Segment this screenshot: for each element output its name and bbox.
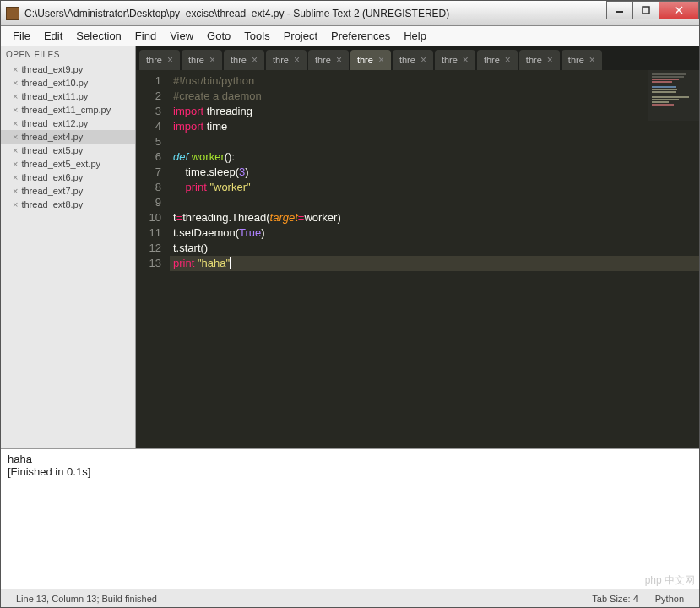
menu-project[interactable]: Project bbox=[277, 28, 324, 44]
code-line[interactable]: #create a daemon bbox=[170, 89, 699, 104]
svg-rect-1 bbox=[643, 7, 649, 14]
close-file-icon[interactable]: × bbox=[13, 186, 18, 196]
code-line[interactable] bbox=[170, 195, 699, 210]
code-content[interactable]: #!/usr/bin/python#create a daemonimport … bbox=[170, 70, 699, 448]
console-line: haha bbox=[8, 453, 692, 465]
code-line[interactable]: t=threading.Thread(target=worker) bbox=[170, 210, 699, 225]
window-titlebar: C:\Users\Administrator\Desktop\py_excise… bbox=[1, 1, 699, 26]
editor-tab[interactable]: thre× bbox=[519, 50, 560, 70]
editor-tab[interactable]: thre× bbox=[562, 50, 602, 70]
maximize-icon bbox=[642, 6, 650, 14]
close-file-icon[interactable]: × bbox=[13, 159, 18, 169]
tab-close-icon[interactable]: × bbox=[167, 54, 173, 66]
editor-tab[interactable]: thre× bbox=[308, 50, 349, 70]
tab-label: thre bbox=[526, 55, 542, 65]
editor-tab[interactable]: thre× bbox=[393, 50, 433, 70]
tab-close-icon[interactable]: × bbox=[294, 54, 300, 66]
open-file-item[interactable]: ×thread_ext9.py bbox=[1, 62, 135, 76]
open-file-item[interactable]: ×thread_ext11.py bbox=[1, 90, 135, 103]
menu-view[interactable]: View bbox=[163, 28, 200, 44]
open-file-name: thread_ext8.py bbox=[21, 199, 83, 209]
open-file-name: thread_ext12.py bbox=[21, 118, 88, 128]
menu-help[interactable]: Help bbox=[397, 28, 433, 44]
tab-label: thre bbox=[146, 55, 162, 65]
open-files-list: ×thread_ext9.py×thread_ext10.py×thread_e… bbox=[1, 62, 135, 211]
tab-label: thre bbox=[188, 55, 204, 65]
tab-label: thre bbox=[399, 55, 415, 65]
editor-tab[interactable]: thre× bbox=[224, 50, 264, 70]
editor-tab[interactable]: thre× bbox=[266, 50, 307, 70]
tab-label: thre bbox=[568, 55, 584, 65]
maximize-button[interactable] bbox=[632, 1, 659, 19]
code-line[interactable]: import time bbox=[170, 119, 699, 134]
menu-selection[interactable]: Selection bbox=[69, 28, 128, 44]
tab-label: thre bbox=[484, 55, 500, 65]
status-tabsize[interactable]: Tab Size: 4 bbox=[583, 594, 646, 604]
close-file-icon[interactable]: × bbox=[13, 64, 18, 74]
open-file-item[interactable]: ×thread_ext5_ext.py bbox=[1, 157, 135, 171]
editor-area: thre×thre×thre×thre×thre×thre×thre×thre×… bbox=[136, 46, 699, 448]
editor-tab[interactable]: thre× bbox=[435, 50, 475, 70]
close-file-icon[interactable]: × bbox=[13, 132, 18, 142]
code-line[interactable]: t.setDaemon(True) bbox=[170, 225, 699, 241]
menu-edit[interactable]: Edit bbox=[37, 28, 69, 44]
main-area: OPEN FILES ×thread_ext9.py×thread_ext10.… bbox=[1, 46, 699, 448]
tab-close-icon[interactable]: × bbox=[336, 54, 342, 66]
close-file-icon[interactable]: × bbox=[13, 105, 18, 115]
tab-close-icon[interactable]: × bbox=[463, 54, 469, 66]
close-file-icon[interactable]: × bbox=[13, 172, 18, 182]
tab-close-icon[interactable]: × bbox=[378, 54, 384, 66]
code-line[interactable] bbox=[170, 134, 699, 149]
open-file-item[interactable]: ×thread_ext4.py bbox=[1, 130, 135, 144]
open-file-item[interactable]: ×thread_ext6.py bbox=[1, 171, 135, 184]
code-editor[interactable]: 12345678910111213 #!/usr/bin/python#crea… bbox=[136, 70, 699, 448]
tab-close-icon[interactable]: × bbox=[252, 54, 258, 66]
tab-label: thre bbox=[231, 55, 247, 65]
open-file-name: thread_ext11_cmp.py bbox=[21, 105, 111, 115]
close-file-icon[interactable]: × bbox=[13, 91, 18, 101]
code-line[interactable]: def worker(): bbox=[170, 149, 699, 165]
code-line[interactable]: #!/usr/bin/python bbox=[170, 73, 699, 89]
code-line[interactable]: t.start() bbox=[170, 241, 699, 256]
statusbar: Line 13, Column 13; Build finished Tab S… bbox=[1, 589, 699, 607]
open-file-item[interactable]: ×thread_ext12.py bbox=[1, 117, 135, 130]
code-line[interactable]: time.sleep(3) bbox=[170, 165, 699, 180]
minimap[interactable] bbox=[648, 70, 699, 121]
tab-close-icon[interactable]: × bbox=[547, 54, 553, 66]
close-file-icon[interactable]: × bbox=[13, 145, 18, 155]
tab-close-icon[interactable]: × bbox=[589, 54, 595, 66]
open-file-item[interactable]: ×thread_ext7.py bbox=[1, 184, 135, 198]
code-line[interactable]: import threading bbox=[170, 104, 699, 119]
menu-preferences[interactable]: Preferences bbox=[324, 28, 397, 44]
close-button[interactable] bbox=[659, 1, 699, 19]
line-number: 11 bbox=[136, 225, 161, 241]
open-file-item[interactable]: ×thread_ext10.py bbox=[1, 76, 135, 90]
open-file-item[interactable]: ×thread_ext11_cmp.py bbox=[1, 103, 135, 117]
close-file-icon[interactable]: × bbox=[13, 199, 18, 209]
line-number: 1 bbox=[136, 73, 161, 89]
editor-tab[interactable]: thre× bbox=[350, 50, 391, 70]
console-line: [Finished in 0.1s] bbox=[8, 465, 692, 478]
open-file-item[interactable]: ×thread_ext8.py bbox=[1, 198, 135, 211]
close-file-icon[interactable]: × bbox=[13, 118, 18, 128]
editor-tab[interactable]: thre× bbox=[139, 50, 180, 70]
menu-tools[interactable]: Tools bbox=[237, 28, 276, 44]
build-output-panel[interactable]: haha [Finished in 0.1s] bbox=[1, 448, 699, 589]
menu-goto[interactable]: Goto bbox=[200, 28, 237, 44]
minimize-button[interactable] bbox=[606, 1, 633, 19]
close-file-icon[interactable]: × bbox=[13, 78, 18, 88]
editor-tab[interactable]: thre× bbox=[477, 50, 518, 70]
tab-close-icon[interactable]: × bbox=[505, 54, 511, 66]
code-line[interactable]: print "worker" bbox=[170, 180, 699, 195]
code-line[interactable]: print "haha" bbox=[170, 256, 699, 271]
open-file-name: thread_ext4.py bbox=[21, 132, 83, 142]
tab-close-icon[interactable]: × bbox=[421, 54, 426, 66]
open-file-item[interactable]: ×thread_ext5.py bbox=[1, 144, 135, 157]
menu-file[interactable]: File bbox=[6, 28, 37, 44]
editor-tab[interactable]: thre× bbox=[182, 50, 222, 70]
menu-find[interactable]: Find bbox=[128, 28, 163, 44]
window-title: C:\Users\Administrator\Desktop\py_excise… bbox=[24, 8, 607, 19]
tab-close-icon[interactable]: × bbox=[209, 54, 215, 66]
close-icon bbox=[675, 6, 683, 14]
status-language[interactable]: Python bbox=[647, 594, 692, 604]
